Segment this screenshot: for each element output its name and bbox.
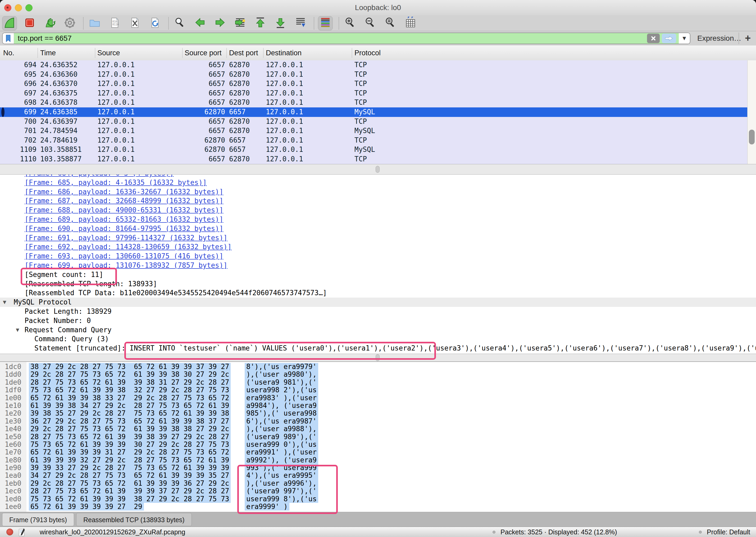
display-filter-field[interactable]: tcp.port == 6657 ▼: [2, 32, 691, 44]
column-header-dest-port[interactable]: Dest port: [229, 46, 258, 60]
hex-ascii[interactable]: usera999 0'),('us: [245, 441, 318, 448]
hex-bytes[interactable]: 75 73 65 72 61 39 39 39 38 27 29 2c 28 2…: [29, 495, 231, 503]
frame-link[interactable]: [Frame: 689, payload: 65332-81663 (16332…: [24, 215, 223, 223]
frame-link[interactable]: [Frame: 691, payload: 97996-114327 (1633…: [24, 234, 227, 242]
go-to-packet-button[interactable]: [233, 16, 248, 30]
hex-ascii[interactable]: 985'),(' usera998: [245, 409, 318, 417]
pane-splitter-bottom[interactable]: [0, 354, 756, 362]
column-header-source[interactable]: Source: [97, 46, 120, 60]
colorize-packets-button[interactable]: [318, 16, 333, 30]
go-back-button[interactable]: [193, 16, 207, 30]
resize-columns-button[interactable]: [403, 16, 418, 30]
hex-ascii[interactable]: a9984'), ('usera9: [245, 402, 318, 409]
column-separator[interactable]: [182, 48, 182, 58]
column-separator[interactable]: [352, 48, 352, 58]
column-separator[interactable]: [226, 48, 227, 58]
column-header-destination[interactable]: Destination: [266, 46, 301, 60]
packet-list-scrollbar[interactable]: [747, 60, 756, 164]
hex-bytes[interactable]: 28 27 75 73 65 72 61 39 39 39 37 27 29 2…: [29, 487, 231, 495]
detail-tree-row[interactable]: [Reassembled TCP length: 138933]: [0, 279, 756, 289]
packet-row[interactable]: 69724.636375127.0.0.1665762870127.0.0.1T…: [0, 89, 747, 98]
detail-tree-row[interactable]: ▼MySQL Protocol: [0, 298, 756, 307]
capture-options-button[interactable]: [62, 16, 77, 30]
hex-ascii[interactable]: usera998 2'),('us: [245, 386, 318, 394]
frame-link[interactable]: [Frame: 692, payload: 114328-130659 (163…: [24, 243, 232, 251]
auto-scroll-button[interactable]: [293, 16, 308, 30]
hex-bytes[interactable]: 61 39 39 38 34 27 29 2c 28 27 75 73 65 7…: [29, 402, 231, 409]
hex-bytes[interactable]: 65 72 61 39 39 38 33 27 29 2c 28 27 75 7…: [29, 394, 231, 402]
column-header-time[interactable]: Time: [40, 46, 56, 60]
hex-bytes[interactable]: 75 73 65 72 61 39 39 38 32 27 29 2c 28 2…: [29, 386, 231, 394]
tab-reassembled-tcp[interactable]: Reassembled TCP (138933 bytes): [76, 513, 192, 526]
frame-link[interactable]: [Frame: 690, payload: 81664-97995 (16332…: [24, 225, 223, 232]
hex-ascii[interactable]: 993'),(' usera999: [245, 464, 318, 472]
add-filter-button[interactable]: +: [745, 31, 751, 46]
expander-triangle-icon[interactable]: ▼: [3, 298, 6, 307]
frame-link[interactable]: [Frame: 686, payload: 16336-32667 (16332…: [24, 188, 223, 196]
scrollbar-thumb[interactable]: [749, 130, 755, 145]
hex-bytes[interactable]: 61 39 39 39 32 27 29 2c 28 27 75 73 65 7…: [29, 456, 231, 464]
hex-bytes[interactable]: 28 27 75 73 65 72 61 39 39 38 39 27 29 2…: [29, 433, 231, 441]
hex-bytes[interactable]: 29 2c 28 27 75 73 65 72 61 39 39 39 36 2…: [29, 479, 231, 487]
hex-ascii[interactable]: era9983' ),('user: [245, 394, 318, 402]
detail-frame-link-row[interactable]: [Frame: 685, payload: 4-16335 (16332 byt…: [0, 178, 756, 187]
hex-ascii[interactable]: 4'),('us era9995': [245, 472, 318, 479]
frame-link[interactable]: [Frame: 693, payload: 130660-131075 (416…: [24, 252, 223, 260]
hex-ascii[interactable]: ('usera9 989'),(': [245, 433, 318, 441]
detail-frame-link-row[interactable]: [Frame: 699, payload: 131076-138932 (785…: [0, 261, 756, 270]
hex-bytes[interactable]: 28 27 75 73 65 72 61 39 39 38 31 27 29 2…: [29, 379, 231, 386]
detail-frame-link-row[interactable]: [Frame: 688, payload: 49000-65331 (16332…: [0, 206, 756, 215]
zoom-original-button[interactable]: [383, 16, 398, 30]
detail-tree-row[interactable]: Statement [truncated]: INSERT INTO `test…: [0, 344, 756, 353]
column-header-no[interactable]: No.: [3, 46, 14, 60]
hex-ascii[interactable]: ('usera9 981'),(': [245, 379, 318, 386]
detail-frame-link-row[interactable]: [Frame: 691, payload: 97996-114327 (1633…: [0, 233, 756, 243]
go-first-packet-button[interactable]: [253, 16, 268, 30]
packet-row[interactable]: 69524.636360127.0.0.1665762870127.0.0.1T…: [0, 70, 747, 79]
hex-ascii[interactable]: era9991' ),('user: [245, 448, 318, 456]
hex-bytes[interactable]: 36 27 29 2c 28 27 75 73 65 72 61 39 39 3…: [29, 417, 231, 425]
hex-ascii[interactable]: era9999' ): [245, 503, 289, 511]
frame-link[interactable]: [Frame: 684, payload: 0-3 (4 bytes)]: [24, 175, 174, 177]
column-separator[interactable]: [95, 48, 95, 58]
column-separator[interactable]: [263, 48, 263, 58]
hex-bytes[interactable]: 39 39 33 27 29 2c 28 27 75 73 65 72 61 3…: [29, 464, 231, 472]
detail-tree-row[interactable]: Packet Number: 0: [0, 316, 756, 325]
hex-ascii[interactable]: ),('user a9980'),: [245, 371, 318, 378]
hex-ascii[interactable]: 6'),('us era9987': [245, 417, 318, 425]
detail-tree-row[interactable]: Command: Query (3): [0, 334, 756, 344]
splitter-grip[interactable]: [376, 354, 379, 361]
filter-history-dropdown[interactable]: ▼: [679, 33, 690, 44]
packet-row[interactable]: 69424.636352127.0.0.1665762870127.0.0.1T…: [0, 60, 747, 70]
hex-ascii[interactable]: ),('user a9988'),: [245, 425, 318, 433]
hex-bytes[interactable]: 39 38 35 27 29 2c 28 27 75 73 65 72 61 3…: [29, 409, 231, 417]
hex-bytes[interactable]: 65 72 61 39 39 39 31 27 29 2c 28 27 75 7…: [29, 448, 231, 456]
restart-capture-button[interactable]: [42, 16, 57, 30]
detail-frame-link-row[interactable]: [Frame: 692, payload: 114328-130659 (163…: [0, 242, 756, 252]
column-header-protocol[interactable]: Protocol: [354, 46, 381, 60]
filter-bookmark-icon[interactable]: [3, 33, 14, 44]
stop-capture-button[interactable]: [22, 16, 37, 30]
expression-button[interactable]: Expression…: [697, 31, 741, 46]
detail-frame-link-row[interactable]: [Frame: 690, payload: 81664-97995 (16332…: [0, 224, 756, 233]
packet-row[interactable]: 1110103.358877127.0.0.1665762870127.0.0.…: [0, 154, 747, 164]
detail-frame-link-row[interactable]: [Frame: 693, payload: 130660-131075 (416…: [0, 252, 756, 261]
start-capture-button[interactable]: [2, 16, 17, 30]
filter-apply-icon[interactable]: [662, 34, 676, 43]
detail-frame-link-row[interactable]: [Frame: 684, payload: 0-3 (4 bytes)]: [0, 175, 756, 178]
frame-link[interactable]: [Frame: 688, payload: 49000-65331 (16332…: [24, 206, 223, 214]
splitter-grip[interactable]: [376, 166, 379, 173]
zoom-out-button[interactable]: [363, 16, 378, 30]
packet-row[interactable]: 69624.636370127.0.0.1665762870127.0.0.1T…: [0, 79, 747, 89]
hex-bytes[interactable]: 29 2c 28 27 75 73 65 72 61 39 39 38 38 2…: [29, 425, 231, 433]
column-header-source-port[interactable]: Source port: [185, 46, 222, 60]
hex-bytes[interactable]: 65 72 61 39 39 39 39 27 29: [29, 503, 144, 511]
detail-tree-row[interactable]: ▼Request Command Query: [0, 325, 756, 335]
close-file-button[interactable]: [128, 16, 142, 30]
packet-row[interactable]: 69824.636378127.0.0.1665762870127.0.0.1T…: [0, 98, 747, 107]
go-last-packet-button[interactable]: [273, 16, 288, 30]
hex-ascii[interactable]: 8'),('us era9979': [245, 363, 318, 371]
frame-link[interactable]: [Frame: 685, payload: 4-16335 (16332 byt…: [24, 179, 207, 186]
filter-input-area[interactable]: tcp.port == 6657: [14, 33, 679, 44]
save-file-button[interactable]: 01010110: [107, 16, 122, 30]
